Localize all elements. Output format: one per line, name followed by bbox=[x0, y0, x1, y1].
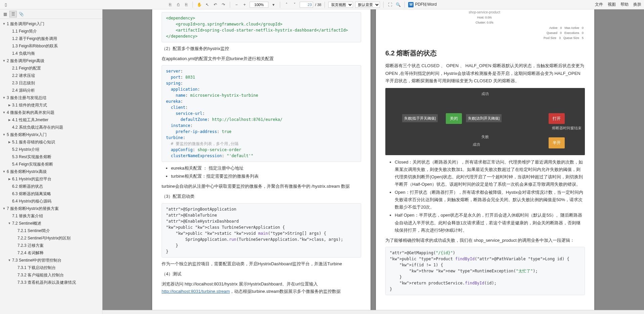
state-open: 打开 bbox=[549, 113, 565, 124]
para-startup: 作为一个独立的监控项目，需要配置启动类，开启HystrixDashboard监控… bbox=[162, 260, 361, 268]
menu-view[interactable]: 视图 bbox=[608, 2, 616, 7]
outline-item[interactable]: ▶6.1 Hystrix的监控平台 bbox=[0, 175, 102, 183]
outline-item[interactable]: 7.1 替换方案介绍 bbox=[0, 212, 102, 220]
outline-item[interactable]: 6.3 熔断器的隔离策略 bbox=[0, 190, 102, 197]
horizontal-scrollbar[interactable] bbox=[102, 310, 644, 314]
outline-item[interactable]: 2.4 源码分析 bbox=[0, 87, 102, 94]
toolbar: ▯ ⎘ ⎙ ⎘ ✋ ↖ ↶ ↷ − + ▾ ˄ ˅ / 38 双页视图 默认背景… bbox=[0, 0, 644, 9]
outline-item[interactable]: 5.2 Hystrix介绍 bbox=[0, 146, 102, 153]
search-icon[interactable]: 🔍 bbox=[395, 2, 401, 8]
state-half-open: 半开 bbox=[549, 137, 565, 148]
outline-item[interactable]: ▼7 服务熔断Hystrix的替换方案 bbox=[0, 205, 102, 212]
outline-tab-icon[interactable]: ☰ bbox=[9, 11, 17, 17]
state-closed: 关闭 bbox=[446, 113, 462, 124]
page-down-icon[interactable]: ˅ bbox=[292, 2, 298, 8]
config-bullets: eureka相关配置 ： 指定注册中心地址turbine相关配置：指定需要监控的… bbox=[171, 165, 361, 180]
menu-file[interactable]: 文件 bbox=[595, 2, 603, 7]
outline-item[interactable]: 6.4 Hystrix的核心源码 bbox=[0, 197, 102, 205]
thumbnails-tab-icon[interactable]: ▦ bbox=[1, 11, 9, 17]
page-23: <dependency> <groupId>org.springframewor… bbox=[152, 9, 371, 314]
zoom-dropdown-icon[interactable]: ▾ bbox=[270, 2, 276, 8]
pdf-to-word-button[interactable]: W PDF转Word bbox=[408, 2, 436, 7]
outline-item[interactable]: ▼1 服务调用Feign入门 bbox=[0, 20, 102, 28]
section-6-2-heading: 6.2 熔断器的状态 bbox=[385, 47, 585, 59]
code-dependency: <dependency> <groupId>org.springframewor… bbox=[162, 12, 361, 42]
code-yml: server: port: 8031 spring: application: … bbox=[162, 65, 361, 162]
zoom-input[interactable] bbox=[250, 2, 268, 8]
outline-item[interactable]: ▼7.2 Sentinel概述 bbox=[0, 220, 102, 227]
page-24: shop-service-product Host: 0.0/s Cluster… bbox=[376, 9, 594, 314]
word-icon: W bbox=[408, 2, 414, 7]
rotate-cw-icon[interactable]: ↷ bbox=[220, 2, 226, 8]
print-icon[interactable]: ⎙ bbox=[175, 2, 181, 8]
outline-item[interactable]: ▶5.1 服务容错的核心知识 bbox=[0, 138, 102, 146]
code-controller: "attr">@GetMapping("/{id}") "kw">public … bbox=[385, 247, 585, 295]
attachments-tab-icon[interactable]: 📎 bbox=[17, 11, 25, 17]
outline-item[interactable]: 7.3.1 下载启动控制台 bbox=[0, 264, 102, 271]
outline-item[interactable]: 4.2 系统负载过高存在的问题 bbox=[0, 124, 102, 131]
outline-item[interactable]: 2.2 请求压缩 bbox=[0, 72, 102, 79]
outline-item[interactable]: ▶4.1 性能工具Jmetter bbox=[0, 116, 102, 124]
para-states-intro: 熔断器有三个状态 CLOSED 、 OPEN 、 HALF_OPEN 熔断器默认… bbox=[385, 62, 585, 84]
outline-item[interactable]: ▼6 服务熔断Hystrix高级 bbox=[0, 168, 102, 175]
sidebar: ▦ ☰ 📎 ▼1 服务调用Feign入门1.1 Feign简介1.2 基于Fei… bbox=[0, 9, 102, 314]
background-mode-select[interactable]: 默认背景 bbox=[355, 2, 380, 8]
page-up-icon[interactable]: ˄ bbox=[284, 2, 290, 8]
state-description-list: Closed：关闭状态（断路器关闭），所有请求都正常访问。代理类维护了最近调用失… bbox=[395, 159, 585, 234]
thread-pool-stats: shop-service-product Host: 0.0/s Cluster… bbox=[385, 9, 585, 42]
outline-item[interactable]: 1.3 Feign和Ribbon的联系 bbox=[0, 42, 102, 50]
outline-item[interactable]: 5.3 Rest实现服务熔断 bbox=[0, 153, 102, 161]
outline-item[interactable]: ▼5 服务熔断Hystrix入门 bbox=[0, 131, 102, 138]
outline-item[interactable]: ▼2 服务调用Feign高级 bbox=[0, 57, 102, 64]
outline-item[interactable]: ▶3.1 组件的使用方式 bbox=[0, 101, 102, 109]
document-viewport[interactable]: <dependency> <groupId>org.springframewor… bbox=[102, 9, 644, 314]
para-yml-intro: 在application.yml的配置文件中开启turbine并进行相关配置 bbox=[162, 55, 361, 62]
menu-skin[interactable]: 换肤 bbox=[633, 2, 641, 7]
outline-item[interactable]: 2.1 Feign的配置 bbox=[0, 64, 102, 72]
outline-item[interactable]: 1.2 基于Feign的服务调用 bbox=[0, 35, 102, 42]
outline-item[interactable]: ▼3 服务注册与发现总结 bbox=[0, 94, 102, 101]
outline-item[interactable]: ▼4 微服务架构的高并发问题 bbox=[0, 109, 102, 116]
page-total: / 38 bbox=[315, 3, 321, 7]
outline-item[interactable]: 7.2.3 迁移方案 bbox=[0, 242, 102, 249]
outline-item[interactable]: 1.1 Feign简介 bbox=[0, 28, 102, 35]
outline-item[interactable]: 2.3 日志级别 bbox=[0, 79, 102, 87]
outline-item[interactable]: 7.2.1 Sentinel简介 bbox=[0, 227, 102, 234]
para-turbine: turbine会自动的从注册中心中获取需要监控的微服务，并聚合所有微服务中的 /… bbox=[162, 183, 361, 190]
turbine-stream-link[interactable]: http://localhost:8031/turbine.stream bbox=[162, 289, 230, 294]
zoom-out-icon[interactable]: − bbox=[233, 2, 240, 8]
menu-help[interactable]: 帮助 bbox=[620, 2, 629, 7]
fullscreen-icon[interactable]: ⛶ bbox=[387, 2, 393, 8]
page-number-input[interactable] bbox=[300, 2, 313, 8]
section-4-heading: （4）测试 bbox=[162, 270, 361, 278]
outline-item[interactable]: 7.2.4 名词解释 bbox=[0, 249, 102, 257]
spread-mode-select[interactable]: 双页视图 bbox=[328, 2, 353, 8]
outline-item[interactable]: 1.4 负载均衡 bbox=[0, 50, 102, 57]
outline-item[interactable]: 7.3.2 客户端能接入控制台 bbox=[0, 271, 102, 279]
section-2-heading: （2）配置多个微服务的hystrix监控 bbox=[162, 45, 361, 52]
select-tool-icon[interactable]: ↖ bbox=[204, 2, 210, 8]
code-java-main: "attr">@SpringBootApplication "attr">@En… bbox=[162, 203, 361, 258]
circuit-breaker-diagram: 成功 失败[低于开关阈值] 关闭 失败[达到开关阈值] 打开 熔断器时间窗结束 … bbox=[385, 88, 585, 155]
outline-item[interactable]: 7.3.3 查看机器列表以及健康情况 bbox=[0, 279, 102, 286]
outline-item[interactable]: 5.4 Feign实现服务熔断 bbox=[0, 161, 102, 168]
save-icon[interactable]: ⎘ bbox=[183, 2, 189, 8]
outline-item[interactable]: 7.2.2 Sentinel与Hystrix的区别 bbox=[0, 234, 102, 242]
outline-item[interactable]: 6.2 熔断器的状态 bbox=[0, 183, 102, 190]
zoom-in-icon[interactable]: + bbox=[242, 2, 248, 8]
outline-item[interactable]: ▼7.3 Sentinel中的管理控制台 bbox=[0, 257, 102, 264]
open-icon[interactable]: ⎘ bbox=[167, 2, 173, 8]
para-code-intro: 为了能够精确控制请求的成功或失败，我们在 shop_service_produc… bbox=[385, 237, 585, 244]
sidebar-toggle-icon[interactable]: ▯ bbox=[3, 2, 9, 8]
hand-tool-icon[interactable]: ✋ bbox=[196, 2, 202, 8]
outline-panel: ▼1 服务调用Feign入门1.1 Feign简介1.2 基于Feign的服务调… bbox=[0, 19, 102, 314]
para-test: 浏览器访问 http://localhost:8031/hystrix 展示Hy… bbox=[162, 280, 361, 295]
rotate-ccw-icon[interactable]: ↶ bbox=[212, 2, 218, 8]
section-3-heading: （3）配置启动类 bbox=[162, 193, 361, 200]
